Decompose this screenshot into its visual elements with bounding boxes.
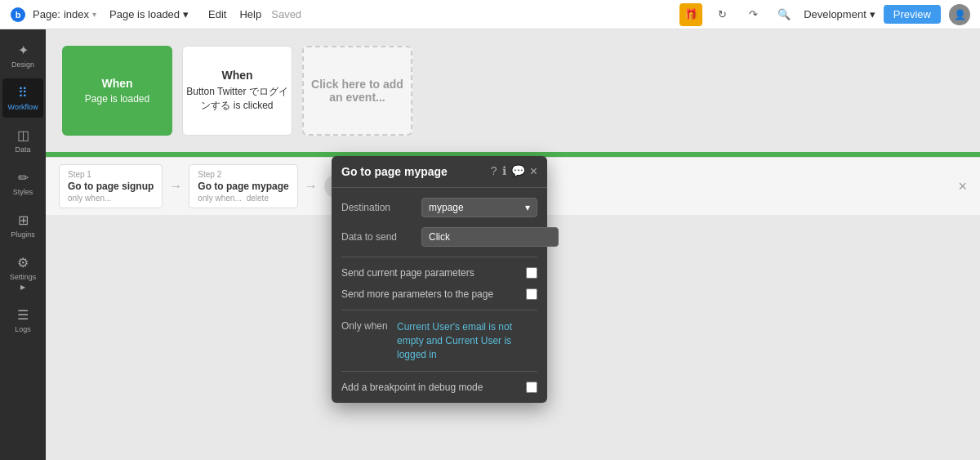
send-current-row: Send current page parameters xyxy=(341,267,537,279)
avatar[interactable]: 👤 xyxy=(949,4,970,25)
app-logo: b xyxy=(10,7,26,23)
sidebar-item-design[interactable]: ✦ Design xyxy=(2,36,43,75)
sidebar-item-styles[interactable]: ✏ Styles xyxy=(2,163,43,203)
workflow-label: Workflow xyxy=(8,103,38,111)
divider-3 xyxy=(341,371,537,372)
gift-icon[interactable]: 🎁 xyxy=(679,3,702,26)
page-chevron: ▾ xyxy=(92,10,96,19)
modal-body: Destination mypage ▾ Data to send xyxy=(332,188,547,403)
sidebar-item-settings[interactable]: ⚙ Settings ▶ xyxy=(2,248,43,297)
svg-text:b: b xyxy=(16,10,21,20)
trigger-selector[interactable]: Page is loaded ▾ xyxy=(109,8,189,20)
logs-icon: ☰ xyxy=(17,307,29,323)
debug-label: Add a breakpoint in debug mode xyxy=(341,382,519,393)
redo-icon[interactable]: ↷ xyxy=(742,3,764,26)
modal-header-icons: ? ℹ 💬 × xyxy=(491,164,537,179)
topbar-right: 🎁 ↻ ↷ 🔍 Development ▾ Preview 👤 xyxy=(679,3,970,26)
sidebar-item-logs[interactable]: ☰ Logs xyxy=(2,301,43,340)
modal-close-button[interactable]: × xyxy=(530,164,537,179)
send-current-label: Send current page parameters xyxy=(341,267,519,279)
divider-2 xyxy=(341,310,537,310)
modal-overlay: Go to page mypage ? ℹ 💬 × Destination xyxy=(46,29,980,460)
modal-title: Go to page mypage xyxy=(341,165,486,178)
plugins-icon: ⊞ xyxy=(18,212,29,228)
send-more-checkbox[interactable] xyxy=(526,288,537,300)
nav-edit[interactable]: Edit xyxy=(208,8,226,20)
sidebar: ✦ Design ⠿ Workflow ◫ Data ✏ Styles ⊞ Pl… xyxy=(0,29,46,460)
app-layout: ✦ Design ⠿ Workflow ◫ Data ✏ Styles ⊞ Pl… xyxy=(0,29,980,460)
divider-1 xyxy=(341,257,537,257)
page-breadcrumb: Page: index ▾ xyxy=(33,8,96,20)
dev-selector[interactable]: Development ▾ xyxy=(804,8,875,20)
dev-label: Development xyxy=(804,8,866,20)
plugins-label: Plugins xyxy=(11,230,35,239)
dev-chevron: ▾ xyxy=(870,8,875,20)
send-more-row: Send more parameters to the page xyxy=(341,288,537,300)
send-more-label: Send more parameters to the page xyxy=(341,288,519,300)
modal-question-icon[interactable]: ? xyxy=(491,164,497,179)
saved-status: Saved xyxy=(271,8,301,20)
data-to-send-row: Data to send xyxy=(341,227,537,247)
preview-button[interactable]: Preview xyxy=(884,5,941,24)
only-when-label: Only when xyxy=(341,320,390,332)
sidebar-item-workflow[interactable]: ⠿ Workflow xyxy=(2,78,43,118)
modal-header: Go to page mypage ? ℹ 💬 × xyxy=(332,156,547,188)
only-when-row: Only when Current User's email is not em… xyxy=(341,320,537,361)
design-label: Design xyxy=(11,60,34,69)
data-to-send-label: Data to send xyxy=(341,231,415,243)
workflow-icon: ⠿ xyxy=(18,85,28,100)
only-when-value[interactable]: Current User's email is not empty and Cu… xyxy=(397,320,537,361)
sidebar-item-data[interactable]: ◫ Data xyxy=(2,121,43,160)
nav-help[interactable]: Help xyxy=(239,8,261,20)
data-to-send-input[interactable] xyxy=(421,227,559,247)
debug-row: Add a breakpoint in debug mode xyxy=(341,382,537,393)
top-nav: Edit Help xyxy=(208,8,261,20)
destination-chevron: ▾ xyxy=(525,202,530,213)
destination-label: Destination xyxy=(341,202,415,213)
styles-icon: ✏ xyxy=(18,170,29,185)
styles-label: Styles xyxy=(13,188,33,196)
data-icon: ◫ xyxy=(17,127,29,143)
search-icon[interactable]: 🔍 xyxy=(773,3,795,26)
trigger-chevron: ▾ xyxy=(183,8,189,20)
modal-chat-icon[interactable]: 💬 xyxy=(511,164,525,179)
send-current-checkbox[interactable] xyxy=(526,267,537,279)
modal-go-to-page: Go to page mypage ? ℹ 💬 × Destination xyxy=(332,156,547,403)
page-name: index xyxy=(64,8,89,20)
modal-info-icon[interactable]: ℹ xyxy=(502,164,506,179)
settings-expand-icon: ▶ xyxy=(20,284,25,291)
logs-label: Logs xyxy=(15,325,31,333)
destination-row: Destination mypage ▾ xyxy=(341,198,537,217)
settings-icon: ⚙ xyxy=(17,255,29,270)
settings-label: Settings xyxy=(10,273,37,281)
trigger-label: Page is loaded xyxy=(109,8,180,20)
refresh-icon[interactable]: ↻ xyxy=(710,3,733,26)
destination-value: mypage xyxy=(429,202,464,213)
data-label: Data xyxy=(15,145,30,154)
main-area: When Page is loaded When Button Twitter … xyxy=(46,29,980,460)
design-icon: ✦ xyxy=(18,42,29,58)
page-label: Page: xyxy=(33,8,60,20)
sidebar-item-plugins[interactable]: ⊞ Plugins xyxy=(2,206,43,245)
destination-select[interactable]: mypage ▾ xyxy=(421,198,537,217)
debug-checkbox[interactable] xyxy=(526,382,537,393)
canvas: When Page is loaded When Button Twitter … xyxy=(46,29,980,460)
topbar: b Page: index ▾ Page is loaded ▾ Edit He… xyxy=(0,0,980,29)
